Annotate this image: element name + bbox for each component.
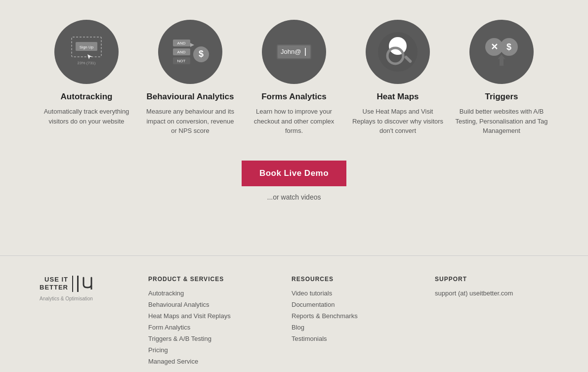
heatmap-icon-circle (366, 20, 430, 84)
footer-col-products: PRODUCT & SERVICES Autotracking Behaviou… (148, 276, 262, 369)
forms-desc: Learn how to improve your checkout and o… (247, 107, 341, 136)
footer-link-heatmaps[interactable]: Heat Maps and Visit Replays (148, 312, 262, 320)
autotracking-title: Autotracking (61, 92, 113, 102)
logo-text-line1: USE IT (44, 276, 68, 284)
triggers-svg: ✕ $ (477, 27, 526, 77)
behavioural-svg: AND AND NOT $ (166, 27, 215, 77)
footer-support-email[interactable]: support (at) useitbetter.com (435, 289, 548, 297)
svg-rect-27 (500, 58, 504, 66)
main-content: Sign Up 23% (731) Autotracking Automatic… (0, 0, 588, 255)
autotracking-svg: Sign Up 23% (731) (62, 27, 111, 77)
footer-link-docs[interactable]: Documentation (292, 301, 405, 308)
footer-resources-title: RESOURCES (292, 276, 405, 283)
autotracking-icon-circle: Sign Up 23% (731) (54, 20, 119, 84)
svg-text:John@: John@ (281, 48, 301, 55)
feature-forms: John@ Forms Analytics Learn how to impro… (247, 20, 341, 136)
footer-link-triggers[interactable]: Triggers & A/B Testing (148, 335, 262, 342)
footer-col-support: SUPPORT support (at) useitbetter.com (435, 276, 548, 369)
logo-u-icon (77, 276, 93, 292)
triggers-title: Triggers (485, 92, 518, 102)
svg-text:✕: ✕ (491, 42, 498, 52)
footer-logo: USE IT BETTER (40, 276, 119, 292)
autotracking-desc: Automatically track everything visitors … (40, 107, 133, 126)
footer-link-autotracking[interactable]: Autotracking (148, 289, 262, 297)
cta-section: Book Live Demo ...or watch videos (0, 146, 588, 226)
behavioural-title: Behavioural Analytics (147, 92, 234, 102)
footer: USE IT BETTER Analytics & Optimisation P… (0, 255, 588, 372)
footer-products-title: PRODUCT & SERVICES (148, 276, 262, 283)
svg-text:NOT: NOT (177, 59, 186, 63)
footer-link-blog[interactable]: Blog (292, 324, 405, 331)
footer-link-forms[interactable]: Form Analytics (148, 324, 262, 331)
footer-link-reports[interactable]: Reports & Benchmarks (292, 312, 405, 320)
heatmaps-desc: Use Heat Maps and Visit Replays to disco… (351, 107, 445, 136)
svg-rect-17 (305, 48, 306, 56)
footer-link-testimonials[interactable]: Testimonials (292, 335, 405, 342)
svg-text:AND: AND (177, 41, 186, 45)
forms-icon-circle: John@ (262, 20, 326, 84)
feature-behavioural: AND AND NOT $ Behavioural Analytics Meas… (143, 20, 237, 136)
logo-tagline: Analytics & Optimisation (40, 296, 119, 301)
forms-svg: John@ (269, 27, 319, 77)
svg-text:AND: AND (177, 50, 186, 54)
svg-point-19 (389, 37, 407, 55)
svg-text:Sign Up: Sign Up (80, 45, 94, 49)
footer-link-managed[interactable]: Managed Service (148, 358, 262, 365)
book-demo-button[interactable]: Book Live Demo (242, 161, 346, 186)
heatmap-svg (373, 27, 422, 77)
heatmaps-title: Heat Maps (377, 92, 419, 102)
triggers-icon-circle: ✕ $ (469, 20, 534, 84)
footer-main: USE IT BETTER Analytics & Optimisation P… (40, 276, 548, 369)
footer-support-title: SUPPORT (435, 276, 548, 283)
svg-marker-3 (87, 54, 92, 59)
feature-heatmaps: Heat Maps Use Heat Maps and Visit Replay… (351, 20, 445, 136)
feature-triggers: ✕ $ Triggers Build better websites with … (455, 20, 548, 136)
forms-title: Forms Analytics (261, 92, 327, 102)
triggers-desc: Build better websites with A/B Testing, … (455, 107, 548, 136)
features-row: Sign Up 23% (731) Autotracking Automatic… (0, 10, 588, 146)
svg-text:$: $ (506, 42, 511, 52)
footer-link-pricing[interactable]: Pricing (148, 346, 262, 354)
footer-link-videos[interactable]: Video tutorials (292, 289, 405, 297)
behavioural-desc: Measure any behaviour and its impact on … (143, 107, 237, 136)
svg-marker-13 (190, 43, 194, 47)
logo-text-line2: BETTER (40, 284, 68, 292)
svg-text:$: $ (199, 49, 204, 59)
footer-logo-section: USE IT BETTER Analytics & Optimisation (40, 276, 119, 369)
footer-link-behavioural[interactable]: Behavioural Analytics (148, 301, 262, 308)
behavioural-icon-circle: AND AND NOT $ (158, 20, 222, 84)
feature-autotracking: Sign Up 23% (731) Autotracking Automatic… (40, 20, 133, 126)
footer-col-resources: RESOURCES Video tutorials Documentation … (292, 276, 405, 369)
watch-videos-link[interactable]: ...or watch videos (267, 193, 321, 201)
svg-text:23% (731): 23% (731) (78, 61, 96, 65)
